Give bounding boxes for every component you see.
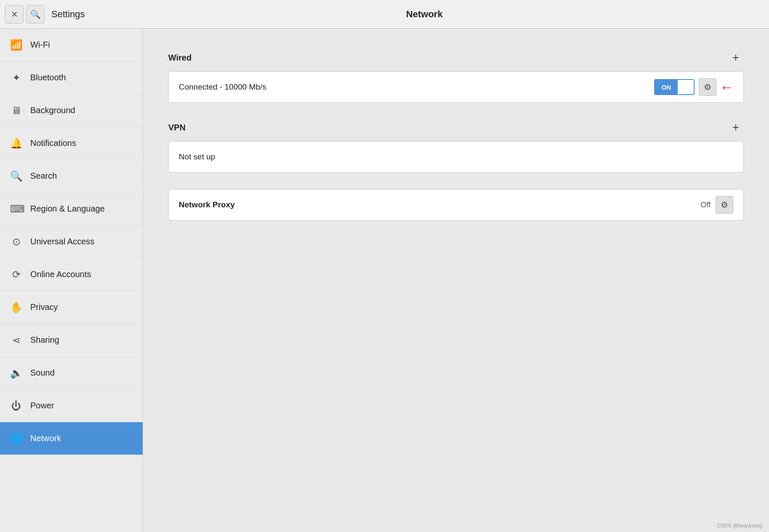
wired-connection-status: Connected - 10000 Mb/s	[179, 82, 654, 92]
sidebar-item-region[interactable]: ⌨ Region & Language	[0, 193, 143, 225]
proxy-settings-button[interactable]: ⚙	[716, 196, 733, 214]
sidebar-item-privacy[interactable]: ✋ Privacy	[0, 291, 143, 324]
region-icon: ⌨	[10, 203, 23, 215]
privacy-icon: ✋	[10, 302, 23, 313]
sidebar-item-universal-access[interactable]: ⊙ Universal Access	[0, 225, 143, 258]
notifications-icon: 🔔	[10, 138, 23, 149]
titlebar: ✕ 🔍 Settings Network	[0, 0, 769, 29]
bluetooth-icon: ✦	[10, 72, 23, 84]
red-arrow-annotation: ←	[720, 79, 733, 95]
sidebar-label-search: Search	[30, 171, 57, 181]
titlebar-icons: ✕ 🔍	[5, 5, 45, 24]
network-icon: 🌐	[10, 433, 23, 445]
wrench-icon-button[interactable]: ✕	[5, 5, 24, 24]
wrench-icon: ✕	[11, 9, 18, 19]
wired-gear-icon: ⚙	[704, 82, 711, 92]
universal-access-icon: ⊙	[10, 236, 23, 248]
wired-toggle-switch[interactable]: ON	[654, 79, 695, 95]
vpn-not-setup-text: Not set up	[179, 152, 733, 161]
search-icon-button[interactable]: 🔍	[26, 5, 45, 24]
vpn-card: Not set up	[168, 141, 744, 172]
wired-section-header: Wired +	[168, 50, 744, 66]
sidebar-item-network[interactable]: 🌐 Network	[0, 422, 143, 455]
sidebar-label-wifi: Wi-Fi	[30, 40, 50, 50]
sharing-icon: ⋖	[10, 334, 23, 346]
app-title: Settings	[51, 9, 85, 20]
wired-section-title: Wired	[168, 53, 191, 63]
wired-connection-row: Connected - 10000 Mb/s ON ⚙ ←	[179, 72, 733, 102]
sidebar-item-background[interactable]: 🖥 Background	[0, 94, 143, 127]
sidebar-item-online-accounts[interactable]: ⟳ Online Accounts	[0, 258, 143, 291]
page-title: Network	[85, 9, 764, 20]
sidebar-label-privacy: Privacy	[30, 302, 58, 312]
toggle-slider	[678, 80, 694, 94]
toggle-on-label: ON	[655, 80, 678, 94]
sidebar-label-network: Network	[30, 434, 61, 443]
proxy-gear-icon: ⚙	[721, 200, 728, 210]
sidebar-label-notifications: Notifications	[30, 138, 76, 148]
sidebar-item-search[interactable]: 🔍 Search	[0, 160, 143, 193]
proxy-section: Network Proxy Off ⚙	[168, 189, 744, 220]
network-content: Wired + Connected - 10000 Mb/s ON ⚙ ←	[143, 29, 769, 532]
sound-icon: 🔈	[10, 367, 23, 379]
online-accounts-icon: ⟳	[10, 269, 23, 281]
proxy-title: Network Proxy	[179, 200, 700, 209]
sidebar-item-power[interactable]: ⏻ Power	[0, 389, 143, 422]
vpn-section: VPN + Not set up	[168, 119, 744, 172]
sidebar-item-sharing[interactable]: ⋖ Sharing	[0, 324, 143, 357]
sidebar-item-bluetooth[interactable]: ✦ Bluetooth	[0, 61, 143, 94]
search-sidebar-icon: 🔍	[10, 170, 23, 182]
vpn-not-set-up-row: Not set up	[179, 142, 733, 172]
wifi-icon: 📶	[10, 39, 23, 51]
proxy-card: Network Proxy Off ⚙	[168, 189, 744, 220]
vpn-add-button[interactable]: +	[728, 119, 744, 135]
sidebar-label-sharing: Sharing	[30, 335, 59, 345]
sidebar: 📶 Wi-Fi ✦ Bluetooth 🖥 Background 🔔 Notif…	[0, 29, 143, 532]
proxy-row: Network Proxy Off ⚙	[179, 190, 733, 220]
sidebar-label-region: Region & Language	[30, 204, 105, 214]
sidebar-item-wifi[interactable]: 📶 Wi-Fi	[0, 29, 143, 61]
sidebar-item-sound[interactable]: 🔈 Sound	[0, 357, 143, 389]
vpn-section-header: VPN +	[168, 119, 744, 135]
main-layout: 📶 Wi-Fi ✦ Bluetooth 🖥 Background 🔔 Notif…	[0, 29, 769, 532]
sidebar-label-power: Power	[30, 401, 54, 410]
sidebar-item-notifications[interactable]: 🔔 Notifications	[0, 127, 143, 160]
sidebar-label-bluetooth: Bluetooth	[30, 73, 66, 82]
sidebar-label-background: Background	[30, 106, 75, 115]
wired-connection-card: Connected - 10000 Mb/s ON ⚙ ←	[168, 71, 744, 103]
wired-section: Wired + Connected - 10000 Mb/s ON ⚙ ←	[168, 50, 744, 103]
watermark: CSDN @bear&song	[717, 523, 762, 529]
sidebar-label-sound: Sound	[30, 368, 55, 378]
vpn-section-title: VPN	[168, 123, 186, 132]
background-icon: 🖥	[10, 105, 23, 116]
search-icon: 🔍	[30, 9, 41, 19]
power-icon: ⏻	[10, 400, 23, 412]
sidebar-label-universal-access: Universal Access	[30, 237, 94, 246]
wired-settings-button[interactable]: ⚙	[699, 78, 716, 96]
proxy-status: Off	[700, 201, 711, 209]
wired-add-button[interactable]: +	[728, 50, 744, 66]
sidebar-label-online-accounts: Online Accounts	[30, 270, 91, 279]
